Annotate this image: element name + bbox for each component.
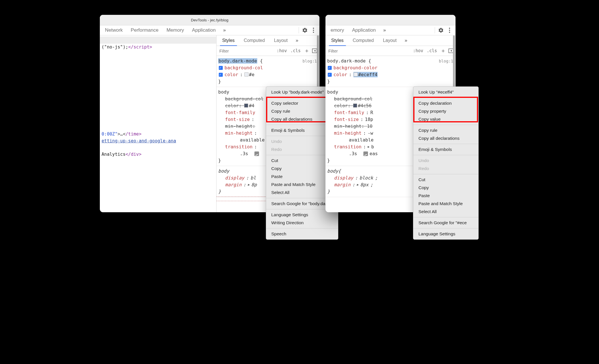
decl-checkbox[interactable] [328, 73, 332, 77]
subtab-layout[interactable]: Layout [378, 35, 401, 46]
divider [299, 27, 299, 33]
decl-prop[interactable]: color [333, 71, 347, 78]
decl-checkbox[interactable] [219, 73, 223, 77]
subtab-overflow-icon[interactable]: » [292, 38, 301, 43]
decl-prop[interactable]: color [224, 71, 238, 78]
ctx-copy-value[interactable]: Copy value [413, 115, 478, 123]
tab-network[interactable]: Network [101, 25, 127, 35]
new-rule-icon[interactable]: ＋ [302, 47, 311, 54]
kebab-icon[interactable] [309, 26, 318, 35]
dom-text: ("no-js"); [102, 45, 128, 50]
toggle-sidebar-icon[interactable] [312, 48, 317, 54]
ctx-select-all[interactable]: Select All [413, 208, 478, 216]
color-swatch-icon[interactable] [244, 72, 248, 76]
ctx-copy-property[interactable]: Copy property [413, 107, 478, 115]
subtab-layout[interactable]: Layout [269, 35, 292, 46]
dom-close-div-tag: </div> [126, 152, 141, 157]
ctx-writing-direction[interactable]: Writing Direction [266, 219, 338, 227]
dom-link[interactable]: etting-up-seo-and-google-ana [102, 138, 176, 143]
easing-icon[interactable] [254, 151, 259, 156]
gear-icon[interactable] [437, 26, 445, 35]
ctx-paste[interactable]: Paste [413, 192, 478, 200]
kebab-icon[interactable] [445, 26, 454, 35]
top-tabbar: Network Performance Memory Application » [100, 25, 319, 35]
decl-checkbox[interactable] [328, 66, 332, 70]
ctx-copy-rule[interactable]: Copy rule [413, 126, 478, 134]
styles-subtabs: Styles Computed Layout » [216, 35, 319, 46]
decl-prop[interactable]: background-color [333, 64, 377, 71]
decl-checkbox[interactable] [219, 66, 223, 70]
dom-selected-line [100, 37, 216, 44]
ctx-search-google[interactable]: Search Google for "#ece [413, 219, 478, 227]
subtab-styles[interactable]: Styles [218, 35, 239, 46]
styles-subtabs: Styles Computed Layout » [325, 35, 456, 46]
rule-body-dark-mode: body.dark-mode { blog:1 background-col c… [216, 56, 319, 87]
styles-filter-input[interactable] [219, 48, 275, 54]
ctx-paste-match[interactable]: Paste and Match Style [413, 200, 478, 208]
window-titlebar [325, 15, 456, 25]
cls-toggle[interactable]: .cls [289, 48, 302, 53]
new-rule-icon[interactable]: ＋ [439, 47, 448, 54]
canvas: DevTools - jec.fyi/blog Network Performa… [78, 0, 521, 274]
cls-toggle[interactable]: .cls [425, 48, 439, 53]
ctx-copy[interactable]: Copy [413, 184, 478, 192]
rule-body-dark-mode: body.dark-mode { blog:1 background-color… [325, 56, 456, 87]
subtab-computed[interactable]: Computed [348, 35, 379, 46]
window-title: DevTools - jec.fyi/blog [191, 18, 228, 22]
ctx-cut[interactable]: Cut [413, 176, 478, 184]
ctx-copy-declaration[interactable]: Copy declaration [413, 99, 478, 107]
hov-toggle[interactable]: :hov [275, 48, 289, 53]
color-swatch-icon[interactable] [353, 104, 357, 108]
easing-icon[interactable] [363, 151, 368, 156]
ctx-redo: Redo [413, 165, 478, 173]
subtab-computed[interactable]: Computed [239, 35, 270, 46]
rule-origin[interactable]: blog:1 [439, 58, 453, 64]
rule-origin[interactable]: blog:1 [302, 58, 317, 64]
ctx-emoji[interactable]: Emoji & Symbols [413, 145, 478, 153]
color-swatch-icon[interactable] [354, 72, 358, 76]
ctx-look-up[interactable]: Look Up "#eceff4" [413, 88, 478, 96]
divider [435, 27, 435, 33]
subtab-styles[interactable]: Styles [327, 35, 348, 46]
tab-application[interactable]: Application [188, 25, 220, 35]
tabs-overflow-icon[interactable]: » [380, 27, 389, 33]
tab-performance[interactable]: Performance [127, 25, 162, 35]
tabs-overflow-icon[interactable]: » [220, 27, 229, 33]
gear-icon[interactable] [301, 26, 309, 35]
selector-body[interactable]: body [218, 89, 229, 96]
top-tabbar: emory Application » [325, 25, 456, 35]
subtab-overflow-icon[interactable]: » [401, 38, 410, 43]
dom-pane[interactable]: ("no-js");</script> 0:00Z">…</time> etti… [100, 35, 216, 212]
svg-marker-1 [314, 50, 315, 52]
ctx-undo: Undo [413, 157, 478, 165]
decl-value-selected[interactable]: #eceff4 [358, 72, 377, 77]
ctx-speech[interactable]: Speech [266, 230, 338, 238]
styles-filter-row: :hov .cls ＋ [216, 46, 319, 56]
decl-prop[interactable]: background-col [224, 64, 263, 71]
ctx-language-settings[interactable]: Language Settings [413, 230, 478, 238]
selector-body-dark-mode[interactable]: body.dark-mode [327, 58, 366, 64]
svg-marker-3 [450, 50, 452, 52]
color-swatch-icon[interactable] [244, 104, 248, 108]
ctx-copy-all-decls[interactable]: Copy all declarations [413, 134, 478, 142]
hov-toggle[interactable]: :hov [411, 48, 425, 53]
tab-memory[interactable]: Memory [163, 25, 188, 35]
tab-application[interactable]: Application [348, 25, 380, 35]
selector-body-dark-mode[interactable]: body.dark-mode [218, 58, 257, 64]
window-titlebar: DevTools - jec.fyi/blog [100, 15, 319, 25]
styles-filter-input[interactable] [328, 48, 411, 54]
dom-close-script-tag: </script> [128, 45, 152, 50]
tab-memory[interactable]: emory [327, 25, 348, 35]
context-menu-right: Look Up "#eceff4" Copy declaration Copy … [413, 86, 479, 240]
dom-attr-value: 0:00Z" [102, 132, 118, 137]
